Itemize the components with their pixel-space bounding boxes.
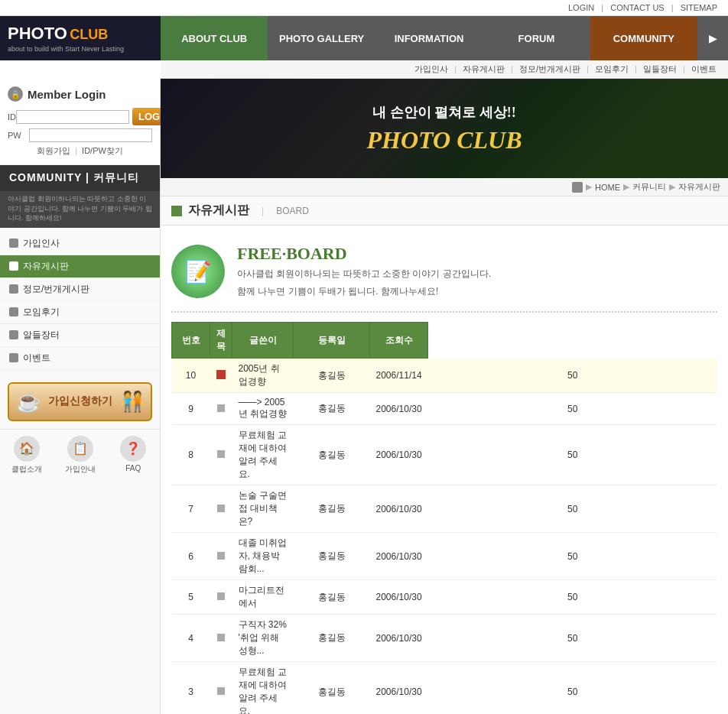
subnav-gaip[interactable]: 가입인사 xyxy=(414,64,448,73)
sidebar-item-free[interactable]: 자유게시판 xyxy=(0,255,160,278)
table-row: 6대졸 미취업자, 채용박람회...홍길동2006/10/3050 xyxy=(172,533,718,580)
nav-forum[interactable]: FORUM xyxy=(483,16,590,60)
faq-icon: ❓ xyxy=(120,436,146,462)
dotted-separator xyxy=(171,311,717,313)
cell-author: 홍길동 xyxy=(294,533,370,580)
free-board-title: FREE·BOARD xyxy=(237,244,491,264)
cell-icon xyxy=(210,393,232,425)
sidebar-guide-icon[interactable]: 📋 가입안내 xyxy=(54,436,107,475)
bullet-icon xyxy=(9,330,18,339)
breadcrumb-current: 자유게시판 xyxy=(678,181,720,193)
table-row: 3무료체험 교재에 대하여 알려 주세요.홍길동2006/10/3050 xyxy=(172,662,718,714)
cell-title: ——> 2005년 취업경향 xyxy=(232,393,294,425)
page-header: 자유게시판 | BOARD xyxy=(161,196,728,226)
free-board-desc2: 함께 나누면 기쁨이 두배가 됩니다. 함께나누세요! xyxy=(237,284,491,299)
table-row: 4구직자 32% '취업 위해 성형...홍길동2006/10/3050 xyxy=(172,615,718,662)
board-table: 번호 제목 글쓴이 등록일 조회수 102005년 취업경향홍길동2006/11… xyxy=(171,322,717,714)
post-title-link[interactable]: 구직자 32% '취업 위해 성형... xyxy=(239,619,287,656)
signup-link[interactable]: 회원가입 xyxy=(37,146,70,155)
sidebar-item-moim[interactable]: 모임후기 xyxy=(0,301,160,324)
menu-label-free: 자유게시판 xyxy=(23,260,69,273)
post-title-link[interactable]: 마그리트전에서 xyxy=(239,585,284,609)
sidebar-bottom-icons: 🏠 클럽소개 📋 가입안내 ❓ FAQ xyxy=(0,429,160,481)
cell-author: 홍길동 xyxy=(294,662,370,714)
table-row: 8무료체험 교재에 대하여 알려 주세요.홍길동2006/10/3050 xyxy=(172,425,718,485)
subnav-moim[interactable]: 모임후기 xyxy=(595,64,629,73)
cell-num: 5 xyxy=(172,580,210,615)
cell-icon xyxy=(210,615,232,662)
sidebar-item-event[interactable]: 이벤트 xyxy=(0,347,160,370)
guide-icon: 📋 xyxy=(67,436,93,462)
cell-num: 3 xyxy=(172,662,210,714)
cell-title: 논술 구술면접 대비책은? xyxy=(232,485,294,533)
cell-date: 2006/10/30 xyxy=(370,662,428,714)
sidebar-community-header: COMMUNITY | 커뮤니티 xyxy=(0,165,160,191)
sitemap-link[interactable]: SITEMAP xyxy=(681,3,717,12)
cell-date: 2006/10/30 xyxy=(370,393,428,425)
sidebar-item-gaip[interactable]: 가입인사 xyxy=(0,232,160,255)
lock-icon: 🔒 xyxy=(8,86,23,102)
nav-extra[interactable]: ▶ xyxy=(697,16,728,60)
page-title: 자유게시판 xyxy=(188,203,249,219)
sidebar-club-icon[interactable]: 🏠 클럽소개 xyxy=(0,436,54,475)
sidebar-item-album[interactable]: 알들장터 xyxy=(0,324,160,347)
cell-title: 무료체험 교재에 대하여 알려 주세요. xyxy=(232,662,294,714)
post-title-link[interactable]: 무료체험 교재에 대하여 알려 주세요. xyxy=(239,667,287,714)
nav-info[interactable]: INFORMATION xyxy=(375,16,483,60)
cell-author: 홍길동 xyxy=(294,425,370,485)
subnav-album[interactable]: 일들장터 xyxy=(643,64,677,73)
sidebar-join: ☕ 가입신청하기 🧑‍🤝‍🧑 xyxy=(0,375,160,429)
sep1: | xyxy=(601,3,603,12)
pw-input[interactable] xyxy=(29,128,152,142)
nav-gallery[interactable]: PHOTO GALLERY xyxy=(268,16,375,60)
contact-link[interactable]: CONTACT US xyxy=(610,3,665,12)
subnav-event[interactable]: 이벤트 xyxy=(691,64,717,73)
normal-icon xyxy=(217,505,225,512)
main-layout: 🔒 Member Login ID LOGIN PW 회원가입 | ID/PW찾… xyxy=(0,79,728,714)
sidebar-item-jeongmo[interactable]: 정모/번개게시판 xyxy=(0,278,160,301)
club-icon: 🏠 xyxy=(14,436,40,462)
post-title-link[interactable]: 논술 구술면접 대비책은? xyxy=(239,490,287,527)
member-login: 🔒 Member Login ID LOGIN PW 회원가입 | ID/PW찾… xyxy=(0,79,160,165)
cell-icon xyxy=(210,662,232,714)
join-button[interactable]: ☕ 가입신청하기 🧑‍🤝‍🧑 xyxy=(8,382,152,421)
nav-about[interactable]: ABOUT CLUB xyxy=(161,16,268,60)
post-title-link[interactable]: 2005년 취업경향 xyxy=(239,363,280,387)
free-board-icon: 📝 xyxy=(171,245,225,298)
free-board-desc1: 아사클럽 회원이하나되는 따뜻하고 소중한 이야기 공간입니다. xyxy=(237,267,491,281)
sidebar: 🔒 Member Login ID LOGIN PW 회원가입 | ID/PW찾… xyxy=(0,79,161,714)
sidebar-faq-icon[interactable]: ❓ FAQ xyxy=(106,436,160,475)
table-row: 5마그리트전에서홍길동2006/10/3050 xyxy=(172,580,718,615)
normal-icon xyxy=(217,687,225,695)
cell-num: 8 xyxy=(172,425,210,485)
id-label: ID xyxy=(8,112,16,122)
subnav-jeongmo[interactable]: 정모/번개게시판 xyxy=(519,64,580,73)
guide-label: 가입안내 xyxy=(65,464,96,475)
cell-icon xyxy=(210,425,232,485)
login-link[interactable]: LOGIN xyxy=(568,3,594,12)
breadcrumb-home-link[interactable]: HOME xyxy=(595,183,620,192)
page-title-block: 자유게시판 | BOARD xyxy=(171,203,309,219)
id-input[interactable] xyxy=(16,110,129,124)
breadcrumb-community-link[interactable]: 커뮤니티 xyxy=(632,181,666,193)
table-row: 9——> 2005년 취업경향홍길동2006/10/3050 xyxy=(172,393,718,425)
cell-num: 10 xyxy=(172,359,210,393)
cell-title: 2005년 취업경향 xyxy=(232,359,294,393)
cell-views: 50 xyxy=(428,485,717,533)
cell-date: 2006/10/30 xyxy=(370,533,428,580)
content: 내 손안이 펼쳐로 세상!! PHOTO CLUB ▶ HOME ▶ 커뮤니티 … xyxy=(161,79,728,714)
normal-icon xyxy=(217,552,225,560)
banner-logo: PHOTO CLUB xyxy=(367,126,522,154)
cell-views: 50 xyxy=(428,662,717,714)
menu-label-jeongmo: 정모/번개게시판 xyxy=(23,283,89,296)
post-title-link[interactable]: 대졸 미취업자, 채용박람회... xyxy=(239,537,287,574)
subnav-free[interactable]: 자유게시판 xyxy=(463,64,505,73)
post-title-link[interactable]: ——> 2005년 취업경향 xyxy=(239,397,287,419)
nav-community[interactable]: COMMUNITY xyxy=(590,16,697,60)
th-author: 글쓴이 xyxy=(232,323,294,359)
find-id-link[interactable]: ID/PW찾기 xyxy=(82,146,123,155)
cell-author: 홍길동 xyxy=(294,485,370,533)
bullet-icon xyxy=(9,353,18,362)
post-title-link[interactable]: 무료체험 교재에 대하여 알려 주세요. xyxy=(239,430,287,479)
normal-icon xyxy=(217,634,225,641)
